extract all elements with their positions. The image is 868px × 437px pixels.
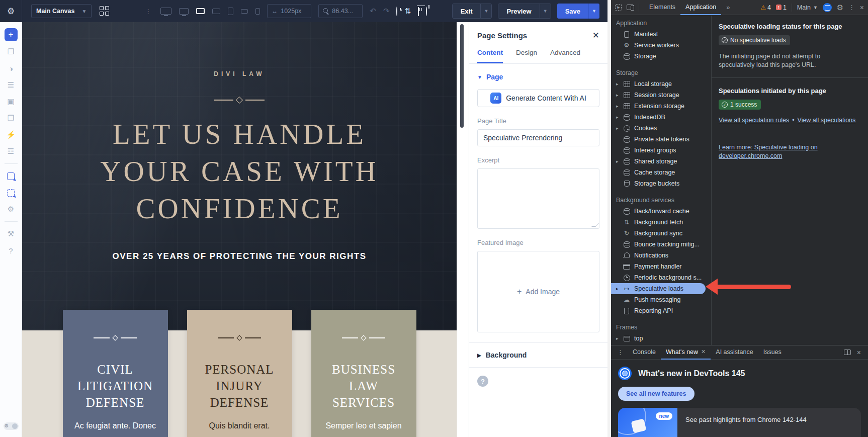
help-icon[interactable]: ?: [5, 244, 18, 256]
target-selector-dropdown[interactable]: Main ▼: [797, 4, 818, 11]
highlights-card[interactable]: new See past highlights from Chrome 142-…: [618, 408, 861, 437]
service-card[interactable]: CIVILLITIGATIONDEFENSEAc feugiat ante. D…: [63, 310, 168, 437]
tree-item-notifications[interactable]: Notifications: [611, 250, 711, 261]
tab-content[interactable]: Content: [477, 49, 503, 63]
tree-item-background-fetch[interactable]: ⇅Background fetch: [611, 217, 711, 228]
tablet-portrait-icon[interactable]: [228, 8, 233, 15]
tree-item-bounce-tracking-mitig[interactable]: Bounce tracking mitig...: [611, 239, 711, 250]
tree-item-storage[interactable]: Storage: [611, 51, 711, 62]
desktop-icon[interactable]: [179, 8, 189, 15]
layers-icon[interactable]: ❐: [5, 46, 18, 58]
add-image-button[interactable]: + Add Image: [517, 287, 560, 296]
device-toolbar-icon[interactable]: [627, 5, 634, 10]
sort-arrows-icon[interactable]: ⇅: [404, 7, 411, 16]
tree-item-push-messaging[interactable]: ☁Push messaging: [611, 294, 711, 305]
shapes-icon[interactable]: ◑: [5, 62, 18, 74]
inspect-element-icon[interactable]: [615, 4, 622, 11]
view-link[interactable]: View all speculations: [798, 117, 856, 124]
page-section-toggle[interactable]: ▼ Page: [477, 73, 599, 81]
hero-headline[interactable]: LET US HANDLEYOUR CASE WITHCONFIDENCE: [100, 116, 378, 227]
learn-more-link[interactable]: Learn more: Speculative loading on devel…: [719, 143, 837, 160]
canvas-view-dropdown[interactable]: Main Canvas ▼: [31, 4, 92, 18]
excerpt-textarea[interactable]: [477, 168, 599, 229]
hero-subheadline[interactable]: OVER 25 YEARS OF PROTECTING THE YOUR RIG…: [113, 251, 367, 261]
service-card[interactable]: BUSINESSLAWSERVICESSemper leo et sapien: [311, 310, 416, 437]
preview-button[interactable]: Preview ▼: [498, 4, 551, 19]
canvas-zoom-input[interactable]: [318, 4, 363, 18]
tree-item-session-storage[interactable]: ▸Session storage: [611, 90, 711, 101]
site-brand[interactable]: DIVI LAW: [214, 70, 265, 77]
desktop-large-icon[interactable]: [160, 8, 171, 15]
background-section-toggle[interactable]: ▶ Background: [477, 343, 599, 367]
database-icon[interactable]: ☰: [5, 79, 18, 91]
resize-grip-icon[interactable]: [591, 223, 599, 227]
zoom-value-field[interactable]: [332, 8, 358, 15]
close-tab-icon[interactable]: ✕: [701, 348, 706, 355]
pages-icon[interactable]: ❐: [5, 112, 18, 124]
close-icon[interactable]: ✕: [592, 30, 599, 41]
devtools-close-icon[interactable]: ×: [860, 4, 864, 12]
tree-item-shared-storage[interactable]: ▸Shared storage: [611, 156, 711, 167]
drawer-tab-ai-assistance[interactable]: AI assistance: [711, 345, 758, 360]
page-title-input[interactable]: [477, 129, 599, 146]
console-warnings-button[interactable]: ⚠ 4: [760, 4, 771, 11]
phone-portrait-icon[interactable]: [255, 8, 260, 15]
device-sync-icon[interactable]: [823, 3, 832, 12]
lightning-icon[interactable]: ⚡: [5, 129, 18, 141]
tree-item-reporting-api[interactable]: Reporting API: [611, 305, 711, 316]
tab-design[interactable]: Design: [516, 49, 537, 63]
tools-icon[interactable]: ⚒: [5, 228, 18, 240]
select-section-icon[interactable]: [5, 187, 18, 199]
preview-chevron-icon[interactable]: ▼: [540, 4, 551, 18]
tree-item-back-forward-cache[interactable]: Back/forward cache: [611, 206, 711, 217]
drawer-kebab-menu-icon[interactable]: ⋮: [614, 348, 627, 356]
tree-item-manifest[interactable]: Manifest: [611, 29, 711, 40]
drawer-close-icon[interactable]: ×: [857, 348, 861, 357]
exit-chevron-icon[interactable]: ▼: [480, 4, 491, 18]
tab-advanced[interactable]: Advanced: [550, 49, 580, 63]
tree-item-payment-handler[interactable]: Payment handler: [611, 261, 711, 272]
drawer-tab-what-s-new[interactable]: What's new✕: [661, 345, 711, 360]
module-settings-icon[interactable]: ⚙: [5, 203, 18, 215]
builder-settings-gear-icon[interactable]: ⚙: [0, 0, 22, 22]
width-value-field[interactable]: [281, 8, 307, 15]
exit-button[interactable]: Exit ▼: [452, 4, 492, 19]
phone-landscape-icon[interactable]: [241, 9, 248, 14]
builder-settings-toggle[interactable]: [4, 422, 19, 430]
history-clock-icon[interactable]: [396, 7, 397, 16]
save-button[interactable]: Save ▼: [557, 4, 599, 19]
tree-item-extension-storage[interactable]: ▸Extension storage: [611, 101, 711, 112]
select-module-icon[interactable]: [5, 170, 18, 182]
tree-item-cookies[interactable]: ▸Cookies: [611, 123, 711, 134]
add-module-button[interactable]: +: [5, 28, 18, 41]
tree-item-local-storage[interactable]: ▸Local storage: [611, 78, 711, 90]
tree-item-top[interactable]: ▸top: [611, 333, 711, 344]
see-all-features-button[interactable]: See all new features: [618, 387, 695, 401]
featured-image-dropzone[interactable]: + Add Image: [477, 251, 599, 332]
canvas-scrollbar-thumb[interactable]: [460, 24, 464, 128]
service-card[interactable]: PERSONALINJURYDEFENSEQuis blandit erat.: [187, 310, 292, 437]
help-icon[interactable]: ?: [477, 376, 488, 387]
split-panel-icon[interactable]: [844, 349, 851, 355]
tree-item-service-workers[interactable]: ⚙Service workers: [611, 40, 711, 51]
portability-icon[interactable]: [426, 7, 427, 16]
generate-ai-button[interactable]: AI Generate Content With AI: [477, 89, 599, 107]
drawer-tab-console[interactable]: Console: [628, 345, 661, 360]
laptop-icon[interactable]: [196, 8, 205, 14]
tree-item-interest-groups[interactable]: Interest groups: [611, 145, 711, 156]
devtools-kebab-menu-icon[interactable]: ⋮: [848, 4, 855, 11]
undo-icon[interactable]: ↶: [370, 7, 376, 16]
drawer-tab-issues[interactable]: Issues: [758, 345, 787, 360]
devtools-tab-application[interactable]: Application: [680, 0, 721, 15]
grid-view-icon[interactable]: [100, 6, 110, 16]
tree-item-background-sync[interactable]: ↻Background sync: [611, 228, 711, 239]
tree-item-cache-storage[interactable]: Cache storage: [611, 167, 711, 178]
redo-icon[interactable]: ↷: [383, 7, 390, 16]
more-tabs-icon[interactable]: »: [726, 4, 730, 11]
save-chevron-icon[interactable]: ▼: [588, 4, 599, 19]
tree-item-indexeddb[interactable]: ▸IndexedDB: [611, 112, 711, 123]
tree-item-storage-buckets[interactable]: Storage buckets: [611, 178, 711, 189]
drag-handle-icon[interactable]: ⋮: [145, 9, 151, 14]
module-card-icon[interactable]: ▣: [5, 96, 18, 108]
list-icon[interactable]: ☲: [5, 145, 18, 157]
